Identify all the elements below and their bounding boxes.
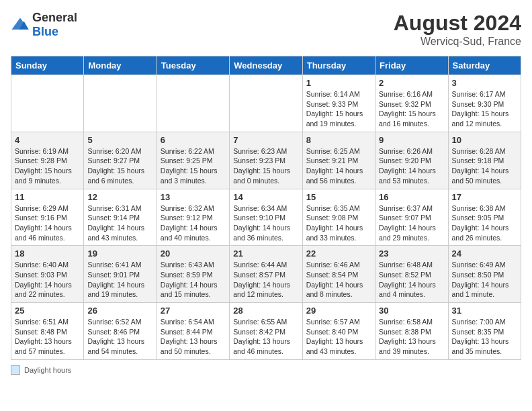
month-year: August 2024 [394,11,521,36]
calendar-cell: 21Sunrise: 6:44 AMSunset: 8:57 PMDayligh… [230,246,302,303]
calendar-cell: 15Sunrise: 6:35 AMSunset: 9:08 PMDayligh… [302,189,375,246]
calendar-cell: 11Sunrise: 6:29 AMSunset: 9:16 PMDayligh… [11,189,84,246]
day-info: Sunrise: 6:14 AMSunset: 9:33 PMDaylight:… [306,89,371,129]
day-number: 14 [233,192,298,202]
calendar-cell [230,75,302,132]
day-info: Sunrise: 6:16 AMSunset: 9:32 PMDaylight:… [379,89,444,129]
day-info: Sunrise: 6:51 AMSunset: 8:48 PMDaylight:… [15,317,80,357]
day-info: Sunrise: 6:40 AMSunset: 9:03 PMDaylight:… [15,260,80,300]
logo-blue-text: Blue [32,25,58,38]
dow-header: Thursday [302,56,375,75]
day-number: 13 [161,192,226,202]
calendar-cell [157,75,229,132]
dow-header: Wednesday [230,56,302,75]
day-info: Sunrise: 6:41 AMSunset: 9:01 PMDaylight:… [87,260,152,300]
title-block: August 2024 Wervicq-Sud, France [394,11,521,48]
legend-label: Daylight hours [24,366,71,374]
legend-color-box [11,365,20,375]
dow-header: Tuesday [157,56,229,75]
calendar-cell: 26Sunrise: 6:52 AMSunset: 8:46 PMDayligh… [84,303,157,360]
day-number: 17 [452,192,517,202]
calendar-cell: 5Sunrise: 6:20 AMSunset: 9:27 PMDaylight… [84,132,157,189]
calendar-cell: 10Sunrise: 6:28 AMSunset: 9:18 PMDayligh… [448,132,521,189]
legend: Daylight hours [11,365,521,375]
day-number: 16 [379,192,444,202]
calendar-cell: 12Sunrise: 6:31 AMSunset: 9:14 PMDayligh… [84,189,157,246]
day-info: Sunrise: 6:46 AMSunset: 8:54 PMDaylight:… [306,260,371,300]
day-info: Sunrise: 6:25 AMSunset: 9:21 PMDaylight:… [306,146,371,186]
calendar-cell: 14Sunrise: 6:34 AMSunset: 9:10 PMDayligh… [230,189,302,246]
day-info: Sunrise: 6:23 AMSunset: 9:23 PMDaylight:… [233,146,298,186]
day-number: 24 [452,248,517,259]
calendar-cell: 19Sunrise: 6:41 AMSunset: 9:01 PMDayligh… [84,246,157,303]
day-number: 22 [306,248,371,259]
day-info: Sunrise: 6:44 AMSunset: 8:57 PMDaylight:… [233,260,298,300]
day-info: Sunrise: 6:29 AMSunset: 9:16 PMDaylight:… [15,203,80,243]
calendar-cell: 2Sunrise: 6:16 AMSunset: 9:32 PMDaylight… [375,75,448,132]
day-number: 6 [161,135,226,145]
dow-header: Friday [375,56,448,75]
day-number: 1 [306,78,371,88]
day-number: 25 [15,306,80,316]
day-number: 30 [379,306,444,316]
day-info: Sunrise: 6:26 AMSunset: 9:20 PMDaylight:… [379,146,444,186]
logo: General Blue [11,11,77,39]
day-number: 21 [233,248,298,259]
day-info: Sunrise: 6:19 AMSunset: 9:28 PMDaylight:… [15,146,80,186]
day-info: Sunrise: 6:57 AMSunset: 8:40 PMDaylight:… [306,317,371,357]
day-info: Sunrise: 7:00 AMSunset: 8:35 PMDaylight:… [452,317,517,357]
calendar-cell: 3Sunrise: 6:17 AMSunset: 9:30 PMDaylight… [448,75,521,132]
calendar-cell: 22Sunrise: 6:46 AMSunset: 8:54 PMDayligh… [302,246,375,303]
calendar-table: SundayMondayTuesdayWednesdayThursdayFrid… [11,56,521,360]
day-number: 18 [15,248,80,259]
day-info: Sunrise: 6:48 AMSunset: 8:52 PMDaylight:… [379,260,444,300]
day-info: Sunrise: 6:20 AMSunset: 9:27 PMDaylight:… [87,146,152,186]
day-info: Sunrise: 6:55 AMSunset: 8:42 PMDaylight:… [233,317,298,357]
day-info: Sunrise: 6:35 AMSunset: 9:08 PMDaylight:… [306,203,371,243]
day-info: Sunrise: 6:43 AMSunset: 8:59 PMDaylight:… [161,260,226,300]
location: Wervicq-Sud, France [394,36,521,48]
day-number: 8 [306,135,371,145]
calendar-cell: 8Sunrise: 6:25 AMSunset: 9:21 PMDaylight… [302,132,375,189]
day-number: 19 [87,248,152,259]
day-info: Sunrise: 6:54 AMSunset: 8:44 PMDaylight:… [161,317,226,357]
day-info: Sunrise: 6:34 AMSunset: 9:10 PMDaylight:… [233,203,298,243]
calendar-cell: 29Sunrise: 6:57 AMSunset: 8:40 PMDayligh… [302,303,375,360]
calendar-cell: 9Sunrise: 6:26 AMSunset: 9:20 PMDaylight… [375,132,448,189]
day-info: Sunrise: 6:28 AMSunset: 9:18 PMDaylight:… [452,146,517,186]
day-info: Sunrise: 6:17 AMSunset: 9:30 PMDaylight:… [452,89,517,129]
day-number: 5 [87,135,152,145]
day-number: 7 [233,135,298,145]
day-number: 31 [452,306,517,316]
day-number: 20 [161,248,226,259]
day-number: 4 [15,135,80,145]
calendar-cell [84,75,157,132]
calendar-cell: 27Sunrise: 6:54 AMSunset: 8:44 PMDayligh… [157,303,229,360]
calendar-cell: 1Sunrise: 6:14 AMSunset: 9:33 PMDaylight… [302,75,375,132]
dow-header: Sunday [11,56,84,75]
day-number: 15 [306,192,371,202]
calendar-cell: 23Sunrise: 6:48 AMSunset: 8:52 PMDayligh… [375,246,448,303]
calendar-cell: 4Sunrise: 6:19 AMSunset: 9:28 PMDaylight… [11,132,84,189]
day-info: Sunrise: 6:22 AMSunset: 9:25 PMDaylight:… [161,146,226,186]
day-info: Sunrise: 6:32 AMSunset: 9:12 PMDaylight:… [161,203,226,243]
day-number: 26 [87,306,152,316]
calendar-cell: 6Sunrise: 6:22 AMSunset: 9:25 PMDaylight… [157,132,229,189]
day-number: 29 [306,306,371,316]
day-number: 28 [233,306,298,316]
logo-icon [11,15,30,34]
day-info: Sunrise: 6:49 AMSunset: 8:50 PMDaylight:… [452,260,517,300]
calendar-cell: 16Sunrise: 6:37 AMSunset: 9:07 PMDayligh… [375,189,448,246]
calendar-cell: 24Sunrise: 6:49 AMSunset: 8:50 PMDayligh… [448,246,521,303]
day-number: 23 [379,248,444,259]
calendar-cell: 20Sunrise: 6:43 AMSunset: 8:59 PMDayligh… [157,246,229,303]
day-number: 11 [15,192,80,202]
day-info: Sunrise: 6:58 AMSunset: 8:38 PMDaylight:… [379,317,444,357]
calendar-cell: 17Sunrise: 6:38 AMSunset: 9:05 PMDayligh… [448,189,521,246]
day-number: 2 [379,78,444,88]
dow-header: Monday [84,56,157,75]
dow-header: Saturday [448,56,521,75]
calendar-cell: 25Sunrise: 6:51 AMSunset: 8:48 PMDayligh… [11,303,84,360]
calendar-cell: 13Sunrise: 6:32 AMSunset: 9:12 PMDayligh… [157,189,229,246]
day-info: Sunrise: 6:38 AMSunset: 9:05 PMDaylight:… [452,203,517,243]
